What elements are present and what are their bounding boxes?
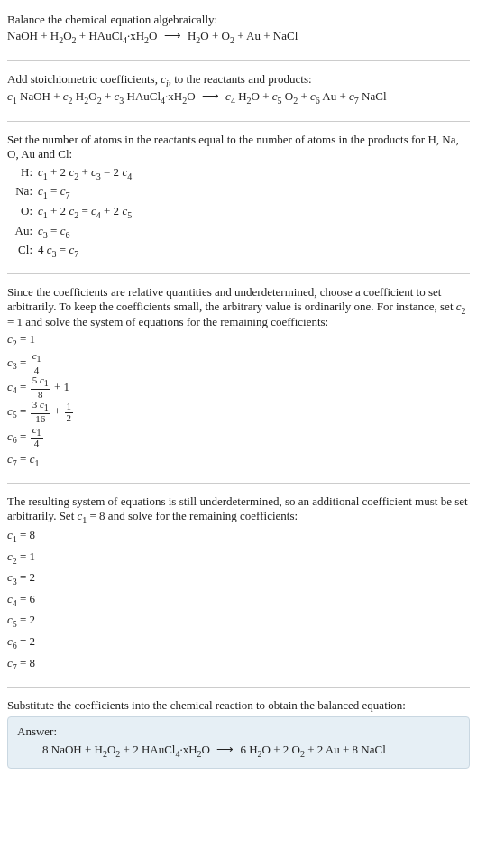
stoich-lhs: c1 NaOH + c2 H2O2 + c3 HAuCl4·xH2O xyxy=(7,89,196,103)
plus: + xyxy=(51,404,64,418)
answer-equation: 8 NaOH + H2O2 + 2 HAuCl4·xH2O ⟶ 6 H2O + … xyxy=(17,743,460,759)
atom-label: Au: xyxy=(7,222,38,240)
arrow-icon: ⟶ xyxy=(213,743,237,756)
divider xyxy=(7,60,470,61)
atom-row-h: H: c1 + 2 c2 + c3 = 2 c4 xyxy=(7,163,470,183)
divider xyxy=(7,273,470,274)
coef-c6: c6 = c14 xyxy=(7,425,470,449)
final-section: Substitute the coefficients into the che… xyxy=(7,691,470,778)
arrow-icon: ⟶ xyxy=(198,89,223,103)
document-content: Balance the chemical equation algebraica… xyxy=(0,0,477,787)
coef-c5: c5 = 2 xyxy=(7,610,470,632)
coef-c3: c3 = c14 xyxy=(7,351,470,375)
coef-c7: c7 = 8 xyxy=(7,653,470,675)
answer-lhs: 8 NaOH + H2O2 + 2 HAuCl4·xH2O xyxy=(42,743,210,756)
atom-label: O: xyxy=(7,202,38,220)
intro-lhs: NaOH + H2O2 + HAuCl4·xH2O xyxy=(7,29,157,42)
coef-c5: c5 = 3 c116 + 12 xyxy=(7,400,470,424)
atom-row-na: Na: c1 = c7 xyxy=(7,182,470,202)
underdet2-text: The resulting system of equations is sti… xyxy=(7,494,470,525)
coef-c1: c1 = 8 xyxy=(7,525,470,547)
ci-symbol: ci xyxy=(161,72,169,86)
atom-eq: 4 c3 = c7 xyxy=(38,241,78,261)
answer-box: Answer: 8 NaOH + H2O2 + 2 HAuCl4·xH2O ⟶ … xyxy=(7,716,470,769)
atom-label: H: xyxy=(7,163,38,181)
coef-c4: c4 = 5 c18 + 1 xyxy=(7,375,470,400)
answer-rhs: 6 H2O + 2 O2 + 2 Au + 8 NaCl xyxy=(240,743,385,756)
atom-row-o: O: c1 + 2 c2 = c4 + 2 c5 xyxy=(7,202,470,222)
intro-equation: NaOH + H2O2 + HAuCl4·xH2O ⟶ H2O + O2 + A… xyxy=(7,27,470,48)
atom-balance-prompt: Set the number of atoms in the reactants… xyxy=(7,133,470,162)
coef-c4: c4 = 6 xyxy=(7,589,470,611)
atom-balance-section: Set the number of atoms in the reactants… xyxy=(7,125,470,270)
underdet1-section: Since the coefficients are relative quan… xyxy=(7,278,470,480)
atom-label: Na: xyxy=(7,182,38,200)
atom-label: Cl: xyxy=(7,241,38,259)
answer-label: Answer: xyxy=(17,725,460,739)
divider xyxy=(7,483,470,484)
final-prompt: Substitute the coefficients into the che… xyxy=(7,698,470,713)
atom-row-cl: Cl: 4 c3 = c7 xyxy=(7,241,470,261)
tail: + 1 xyxy=(51,380,69,393)
coef-c6: c6 = 2 xyxy=(7,632,470,653)
intro-prompt: Balance the chemical equation algebraica… xyxy=(7,13,470,27)
frac-den: 2 xyxy=(65,413,74,424)
underdet1-text: Since the coefficients are relative quan… xyxy=(7,285,470,330)
divider xyxy=(7,687,470,688)
stoich-prompt: Add stoichiometric coefficients, ci, to … xyxy=(7,72,470,88)
underdet2-section: The resulting system of equations is sti… xyxy=(7,487,470,683)
coef-c2: c2 = 1 xyxy=(7,329,470,351)
stoich-section: Add stoichiometric coefficients, ci, to … xyxy=(7,65,470,117)
stoich-prompt-a: Add stoichiometric coefficients, xyxy=(7,72,161,86)
atom-row-au: Au: c3 = c6 xyxy=(7,222,470,242)
atom-eq: c1 + 2 c2 + c3 = 2 c4 xyxy=(38,163,132,183)
frac-den: 4 xyxy=(31,439,43,449)
frac-num: 1 xyxy=(65,402,74,413)
coef-c2: c2 = 1 xyxy=(7,547,470,568)
intro-section: Balance the chemical equation algebraica… xyxy=(7,5,470,57)
arrow-icon: ⟶ xyxy=(161,29,185,42)
stoich-equation: c1 NaOH + c2 H2O2 + c3 HAuCl4·xH2O ⟶ c4 … xyxy=(7,88,470,108)
stoich-rhs: c4 H2O + c5 O2 + c6 Au + c7 NaCl xyxy=(225,89,386,103)
divider xyxy=(7,121,470,122)
intro-rhs: H2O + O2 + Au + NaCl xyxy=(188,29,298,42)
atom-balance-table: H: c1 + 2 c2 + c3 = 2 c4 Na: c1 = c7 O: … xyxy=(7,163,470,261)
coef-c3: c3 = 2 xyxy=(7,568,470,589)
coef-c7: c7 = c1 xyxy=(7,449,470,471)
atom-eq: c1 = c7 xyxy=(38,182,69,202)
atom-eq: c1 + 2 c2 = c4 + 2 c5 xyxy=(38,202,132,222)
atom-eq: c3 = c6 xyxy=(38,222,69,242)
stoich-prompt-b: , to the reactants and products: xyxy=(169,72,312,86)
